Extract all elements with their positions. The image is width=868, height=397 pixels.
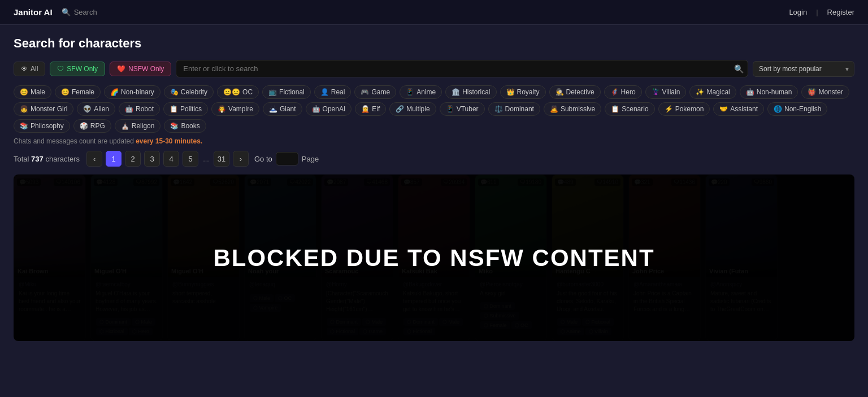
tag-emoji: 📋: [611, 105, 619, 113]
tag-emoji: 🌐: [774, 105, 782, 113]
tag-philosophy[interactable]: 📚Philosophy: [14, 119, 70, 133]
tag-vampire[interactable]: 🧛Vampire: [211, 102, 259, 116]
tag-label: Monster Girl: [31, 105, 67, 113]
nsfw-icon: ❤️: [117, 65, 125, 73]
tag-vtuber[interactable]: 📱VTuber: [440, 102, 485, 116]
tag-emoji: ✨: [696, 88, 704, 96]
sfw-filter-btn[interactable]: 🛡 SFW Only: [50, 62, 105, 76]
next-page-btn[interactable]: ›: [233, 151, 249, 167]
search-icon: 🔍: [62, 8, 71, 16]
tag-oc[interactable]: 😐😐OC: [217, 85, 259, 99]
goto-input[interactable]: [276, 152, 298, 165]
tag-male[interactable]: 😊Male: [14, 85, 51, 99]
tag-rpg[interactable]: 🎲RPG: [73, 119, 111, 133]
page-1-btn[interactable]: 1: [106, 151, 121, 167]
tag-elf[interactable]: 🧝Elf: [355, 102, 386, 116]
prev-page-btn[interactable]: ‹: [86, 151, 102, 167]
tag-label: Female: [72, 88, 94, 96]
tag-non-binary[interactable]: 🌈Non-binary: [104, 85, 160, 99]
page-5-btn[interactable]: 5: [183, 151, 198, 167]
tag-emoji: 🏛️: [452, 88, 460, 96]
tag-giant[interactable]: 🗻Giant: [263, 102, 302, 116]
tag-label: Assistant: [730, 105, 758, 113]
tag-historical[interactable]: 🏛️Historical: [445, 85, 496, 99]
tag-label: Non-binary: [121, 88, 154, 96]
tag-detective[interactable]: 🕵️Detective: [549, 85, 601, 99]
tag-fictional[interactable]: 📺Fictional: [262, 85, 311, 99]
search-submit-btn[interactable]: 🔍: [734, 64, 744, 73]
tag-emoji: 🎮: [361, 88, 369, 96]
header-search-label: Search: [74, 8, 97, 16]
main-content: Search for characters 👁 All 🛡 SFW Only ❤…: [0, 25, 868, 341]
register-link[interactable]: Register: [827, 8, 854, 16]
tag-emoji: 🤖: [312, 105, 320, 113]
tag-label: Pokemon: [675, 105, 704, 113]
tag-emoji: 😊: [61, 88, 70, 96]
filter-bar: 👁 All 🛡 SFW Only ❤️ NSFW Only 🔍 Sort by …: [14, 60, 854, 77]
info-before: Chats and messages count are updated: [14, 137, 136, 145]
tag-anime[interactable]: 📱Anime: [400, 85, 442, 99]
tag-real[interactable]: 👤Real: [314, 85, 351, 99]
tag-non-human[interactable]: 🤖Non-human: [740, 85, 798, 99]
tag-female[interactable]: 😊Female: [55, 85, 101, 99]
tag-emoji: 🗻: [269, 105, 277, 113]
tag-dominant[interactable]: ⚖️Dominant: [488, 102, 540, 116]
tag-religon[interactable]: ⛪Religon: [115, 119, 161, 133]
tag-label: Celebrity: [181, 88, 207, 96]
nsfw-filter-btn[interactable]: ❤️ NSFW Only: [110, 62, 171, 76]
tag-label: Non-English: [784, 105, 821, 113]
tag-label: Fictional: [279, 88, 305, 96]
tag-non-english[interactable]: 🌐Non-English: [767, 102, 827, 116]
tag-monster[interactable]: 👹Monster: [801, 85, 849, 99]
search-input[interactable]: [176, 60, 748, 77]
tag-assistant[interactable]: 🤝Assistant: [713, 102, 764, 116]
last-page-btn[interactable]: 31: [214, 151, 229, 167]
page-4-btn[interactable]: 4: [163, 151, 179, 167]
login-link[interactable]: Login: [789, 8, 807, 16]
tag-emoji: ⛪: [121, 122, 129, 130]
tag-hero[interactable]: 🦸Hero: [604, 85, 642, 99]
sfw-icon: 🛡: [57, 65, 64, 73]
tag-emoji: 🎭: [170, 88, 179, 96]
tag-scenario[interactable]: 📋Scenario: [605, 102, 654, 116]
nsfw-label: NSFW Only: [128, 65, 164, 73]
nsfw-overlay: BLOCKED DUE TO NSFW CONTENT: [14, 174, 854, 341]
tag-emoji: 🤝: [719, 105, 728, 113]
tag-game[interactable]: 🎮Game: [354, 85, 396, 99]
tag-magical[interactable]: ✨Magical: [689, 85, 736, 99]
tag-royalty[interactable]: 👑Royalty: [500, 85, 546, 99]
tag-emoji: 🤖: [125, 105, 133, 113]
tag-emoji: 👑: [506, 88, 515, 96]
tag-villain[interactable]: 🦹Villain: [645, 85, 687, 99]
pagination: Total 737 characters ‹ 1 2 3 4 5 ... 31 …: [14, 151, 854, 167]
page-3-btn[interactable]: 3: [144, 151, 160, 167]
tag-monster-girl[interactable]: 👧Monster Girl: [14, 102, 73, 116]
header: Janitor AI 🔍 Search Login | Register: [0, 0, 868, 25]
tag-celebrity[interactable]: 🎭Celebrity: [164, 85, 214, 99]
page-2-btn[interactable]: 2: [125, 151, 141, 167]
tag-pokemon[interactable]: ⚡Pokemon: [658, 102, 710, 116]
pagination-dots: ...: [202, 155, 210, 163]
tag-submissive[interactable]: 🙇Submissive: [544, 102, 601, 116]
tag-label: OpenAI: [323, 105, 346, 113]
tag-alien[interactable]: 👽Alien: [77, 102, 115, 116]
tag-label: VTuber: [457, 105, 479, 113]
tag-emoji: 📚: [20, 122, 28, 130]
tag-label: Game: [371, 88, 390, 96]
tag-books[interactable]: 📚Books: [164, 119, 206, 133]
header-search[interactable]: 🔍 Search: [62, 8, 97, 16]
tag-robot[interactable]: 🤖Robot: [119, 102, 160, 116]
tag-label: Real: [331, 88, 345, 96]
tag-openai[interactable]: 🤖OpenAI: [306, 102, 352, 116]
info-text: Chats and messages count are updated eve…: [14, 137, 854, 145]
tag-emoji: 🕵️: [555, 88, 564, 96]
sort-select[interactable]: Sort by most popular Sort by newest Sort…: [753, 61, 854, 77]
goto-section: Go to Page: [254, 152, 319, 165]
tag-politics[interactable]: 📋Politics: [163, 102, 208, 116]
tag-label: Submissive: [561, 105, 595, 113]
all-filter-btn[interactable]: 👁 All: [14, 62, 45, 76]
tag-label: Male: [31, 88, 45, 96]
tag-label: Royalty: [517, 88, 540, 96]
tag-multiple[interactable]: 🔗Multiple: [389, 102, 436, 116]
tag-emoji: 🔗: [396, 105, 404, 113]
